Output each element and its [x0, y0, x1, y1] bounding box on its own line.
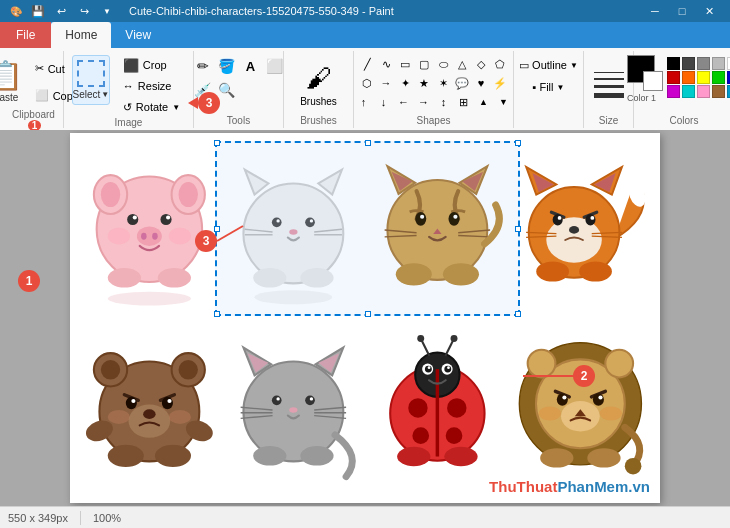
roundrect-shape[interactable]: ▢ — [415, 55, 433, 73]
undo-qat-button[interactable]: ↩ — [51, 2, 71, 20]
cut-icon: ✂ — [35, 62, 44, 75]
tab-home[interactable]: Home — [51, 22, 111, 48]
tab-view[interactable]: View — [111, 22, 165, 48]
char-bear — [80, 321, 219, 494]
line-shape[interactable]: ╱ — [358, 55, 376, 73]
hexagon-shape[interactable]: ⬡ — [358, 74, 376, 92]
svg-point-69 — [101, 360, 120, 379]
redo-qat-button[interactable]: ↪ — [74, 2, 94, 20]
crop-button[interactable]: ⬛ Crop — [118, 55, 185, 75]
handle-top-right[interactable] — [515, 140, 521, 146]
char-pig — [80, 143, 219, 316]
handle-top-center[interactable] — [365, 140, 371, 146]
save-qat-button[interactable]: 💾 — [28, 2, 48, 20]
swatch-pink[interactable] — [697, 85, 710, 98]
maximize-button[interactable]: □ — [669, 0, 695, 22]
svg-point-56 — [586, 214, 596, 225]
app-window: 🎨 💾 ↩ ↪ ▼ Cute-Chibi-chibi-characters-15… — [0, 0, 730, 528]
rect-shape[interactable]: ▭ — [396, 55, 414, 73]
curve-shape[interactable]: ∿ — [377, 55, 395, 73]
star4-shape[interactable]: ✦ — [396, 74, 414, 92]
color-picker-tool[interactable]: 💉 — [192, 79, 214, 101]
paste-button[interactable]: 📋 Paste — [0, 55, 28, 109]
handle-bottom-left[interactable] — [214, 311, 220, 317]
resize-button[interactable]: ↔ Resize — [118, 76, 185, 96]
downarrow-shape[interactable]: ↓ — [375, 93, 393, 111]
paste-label: Paste — [0, 92, 18, 103]
swatch-purple[interactable] — [667, 85, 680, 98]
gray-cat-svg — [224, 321, 363, 494]
color-group-content: Color 1 — [627, 51, 730, 115]
svg-point-4 — [179, 182, 198, 207]
color1-label: Color 1 — [627, 93, 663, 103]
shapes-scroll-down[interactable]: ▼ — [495, 93, 513, 111]
swatch-light-gray[interactable] — [712, 57, 725, 70]
window-controls: ─ □ ✕ — [642, 0, 722, 22]
status-zoom: 100% — [93, 512, 121, 524]
lightning-shape[interactable]: ⚡ — [491, 74, 509, 92]
heart-shape[interactable]: ♥ — [472, 74, 490, 92]
annotation-1: 1 — [18, 270, 40, 292]
select-dropdown-arrow: ▼ — [101, 90, 109, 99]
minimize-button[interactable]: ─ — [642, 0, 668, 22]
brushes-button[interactable]: 🖌 Brushes — [289, 58, 349, 112]
handle-bottom-center[interactable] — [365, 311, 371, 317]
star5-shape[interactable]: ★ — [415, 74, 433, 92]
outline-arrow: ▼ — [570, 61, 578, 70]
text-tool[interactable]: A — [240, 55, 262, 77]
pencil-tool[interactable]: ✏ — [192, 55, 214, 77]
handle-top-left[interactable] — [214, 140, 220, 146]
eraser-tool[interactable]: ⬜ — [264, 55, 286, 77]
ribbon-content: 📋 Paste ✂ Cut ⬜ Copy Clipboard 1 — [0, 48, 730, 130]
qat-dropdown-button[interactable]: ▼ — [97, 2, 117, 20]
canvas-area: ThuThuatPhanMem.vn — [70, 133, 660, 503]
pentagon-shape[interactable]: ⬠ — [491, 55, 509, 73]
fill-tool[interactable]: 🪣 — [216, 55, 238, 77]
swatch-yellow[interactable] — [697, 71, 710, 84]
callout-shape[interactable]: 💬 — [453, 74, 471, 92]
fill-button[interactable]: ▪ Fill ▼ — [529, 77, 569, 97]
uparrow-shape[interactable]: ↑ — [355, 93, 373, 111]
shapes-label: Shapes — [417, 115, 451, 128]
size-display — [590, 68, 628, 102]
diamond-shape[interactable]: ◇ — [472, 55, 490, 73]
swatch-green[interactable] — [712, 71, 725, 84]
swatch-orange[interactable] — [682, 71, 695, 84]
swatch-gray[interactable] — [697, 57, 710, 70]
select-button[interactable]: Select ▼ — [72, 55, 110, 105]
quad-shape[interactable]: ⊞ — [455, 93, 473, 111]
arrow-shape[interactable]: → — [377, 74, 395, 92]
swatch-dark-gray[interactable] — [682, 57, 695, 70]
fox-svg — [511, 143, 650, 316]
svg-point-8 — [166, 215, 170, 219]
svg-point-65 — [579, 261, 612, 281]
ellipse-shape[interactable]: ⬭ — [434, 55, 452, 73]
close-button[interactable]: ✕ — [696, 0, 722, 22]
color2-box[interactable] — [643, 71, 663, 91]
handle-mid-right[interactable] — [515, 226, 521, 232]
color-swatches-box — [627, 55, 663, 91]
lion-svg — [511, 321, 650, 494]
triangle-shape[interactable]: △ — [453, 55, 471, 73]
leftarrow-shape[interactable]: ← — [395, 93, 413, 111]
handle-mid-left[interactable] — [214, 226, 220, 232]
swatch-red[interactable] — [667, 71, 680, 84]
svg-point-57 — [558, 216, 562, 220]
char-lion — [511, 321, 650, 494]
size-line-3 — [594, 85, 624, 88]
rotate-button[interactable]: ↺ Rotate ▼ — [118, 97, 185, 117]
svg-point-131 — [600, 406, 622, 420]
swatch-cyan[interactable] — [682, 85, 695, 98]
image-group: Select ▼ ⬛ Crop ↔ Resize — [64, 51, 194, 128]
svg-point-5 — [127, 214, 138, 225]
magnifier-tool[interactable]: 🔍 — [216, 79, 238, 101]
tab-file[interactable]: File — [0, 22, 51, 48]
star6-shape[interactable]: ✶ — [434, 74, 452, 92]
shapes-scroll-up[interactable]: ▲ — [475, 93, 493, 111]
updownarrow-shape[interactable]: ↕ — [435, 93, 453, 111]
rightarrow-shape[interactable]: → — [415, 93, 433, 111]
swatch-brown[interactable] — [712, 85, 725, 98]
handle-bottom-right[interactable] — [515, 311, 521, 317]
swatch-black[interactable] — [667, 57, 680, 70]
outline-button[interactable]: ▭ Outline ▼ — [515, 55, 582, 75]
